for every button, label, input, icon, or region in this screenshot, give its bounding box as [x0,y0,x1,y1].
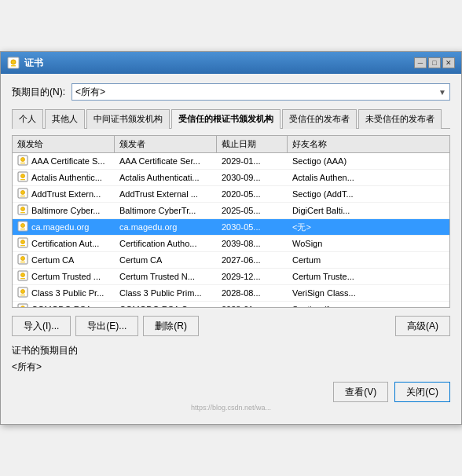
certificate-table: 颁发给 颁发者 截止日期 好友名称 AAA Certificate S... A… [12,135,450,308]
window-title: 证书 [24,57,43,70]
cell-issuedto: COMODO RSA ... [13,302,115,307]
title-bar: 证书 ─ □ ✕ [1,52,461,74]
svg-point-13 [21,207,25,211]
tab-others[interactable]: 其他人 [45,109,85,129]
col-header-issuedto: 颁发给 [13,136,115,152]
svg-rect-8 [20,179,25,180]
svg-rect-29 [20,295,25,295]
watermark: https://blog.csdn.net/wa... [12,402,450,415]
cell-friendly: Sectigo (form... [288,302,449,307]
svg-rect-11 [20,196,25,196]
cell-expiry: 2025-05... [217,203,288,218]
dropdown-arrow-icon: ▼ [438,88,446,97]
cell-issuer: Class 3 Public Prim... [115,285,217,301]
cert-row-icon [17,204,28,217]
purpose-section-title: 证书的预期目的 [12,344,450,357]
cell-issuer: Certum Trusted N... [115,269,217,284]
cell-friendly: Certum Truste... [288,269,449,284]
cell-expiry: 2020-05... [217,186,288,202]
purpose-label: 预期目的(N): [12,86,65,99]
cert-row-icon [17,303,28,307]
tab-intermediate[interactable]: 中间证书颁发机构 [86,109,170,129]
table-body[interactable]: AAA Certificate S... AAA Certificate Ser… [13,153,449,307]
col-header-issuer: 颁发者 [115,136,217,152]
tab-trusted-root[interactable]: 受信任的根证书颁发机构 [171,109,280,129]
bottom-buttons-row: 查看(V) 关闭(C) [12,382,450,402]
cert-row-icon [17,221,28,233]
minimize-button[interactable]: ─ [414,57,427,68]
cell-issuer: Actalis Authenticati... [115,170,217,185]
table-header: 颁发给 颁发者 截止日期 好友名称 [13,136,449,153]
purpose-row: 预期目的(N): <所有> ▼ [12,83,450,101]
cell-issuedto: Baltimore Cyber... [13,203,115,218]
svg-rect-20 [20,245,25,246]
cell-friendly: Certum [288,252,449,268]
table-row[interactable]: Certum CA Certum CA 2027-06... Certum [13,252,449,269]
cert-row-icon [17,270,28,283]
cell-friendly: Actalis Authen... [288,170,449,185]
table-row[interactable]: AddTrust Extern... AddTrust External ...… [13,186,449,203]
cert-row-icon [17,188,28,200]
svg-point-28 [21,290,25,294]
cell-friendly: Sectigo (AddT... [288,186,449,202]
cell-issuedto: Class 3 Public Pr... [13,285,115,301]
svg-point-10 [21,191,25,195]
svg-point-4 [21,158,25,162]
cell-issuedto: Certum CA [13,252,115,268]
cell-issuedto: Actalis Authentic... [13,170,115,185]
cell-expiry: 2029-12... [217,269,288,284]
cell-expiry: 2028-08... [217,285,288,301]
certificate-tabs: 个人 其他人 中间证书颁发机构 受信任的根证书颁发机构 受信任的发布者 未受信任… [12,108,450,129]
svg-point-1 [11,60,16,64]
cell-issuer: Certum CA [115,252,217,268]
purpose-dropdown[interactable]: <所有> ▼ [72,83,450,101]
col-header-friendly: 好友名称 [288,136,449,152]
purpose-section-value: <所有> [12,361,450,374]
table-row[interactable]: Certum Trusted ... Certum Trusted N... 2… [13,269,449,285]
dialog-content: 预期目的(N): <所有> ▼ 个人 其他人 中间证书颁发机构 受信任的根证书颁… [1,74,461,424]
tab-personal[interactable]: 个人 [12,109,43,129]
close-x-button[interactable]: ✕ [442,57,455,68]
delete-button[interactable]: 删除(R) [143,316,199,336]
table-row[interactable]: Class 3 Public Pr... Class 3 Public Prim… [13,285,449,302]
cert-row-icon [17,254,28,266]
svg-rect-17 [20,229,25,229]
import-button[interactable]: 导入(I)... [12,316,71,336]
cell-friendly: VeriSign Class... [288,285,449,301]
certificate-window: 证书 ─ □ ✕ 预期目的(N): <所有> ▼ 个人 其他人 中间证书颁发机构… [0,51,462,425]
cell-issuer: AddTrust External ... [115,186,217,202]
cell-issuer: COMODO RSA Ce... [115,302,217,307]
cell-expiry: 2027-06... [217,252,288,268]
cert-title-icon [7,57,20,69]
table-row[interactable]: Certification Aut... Certification Autho… [13,236,449,252]
table-row[interactable]: AAA Certificate S... AAA Certificate Ser… [13,153,449,170]
purpose-section: 证书的预期目的 <所有> [12,344,450,374]
table-row[interactable]: Actalis Authentic... Actalis Authenticat… [13,170,449,186]
close-button[interactable]: 关闭(C) [394,382,450,402]
table-row-selected[interactable]: ca.magedu.org ca.magedu.org 2030-05... <… [13,219,449,236]
view-button[interactable]: 查看(V) [333,382,388,402]
cell-issuedto: AAA Certificate S... [13,153,115,169]
svg-rect-23 [20,262,25,262]
maximize-button[interactable]: □ [428,57,441,68]
tab-trusted-publishers[interactable]: 受信任的发布者 [282,109,357,129]
title-bar-left: 证书 [7,57,43,70]
cell-issuer: ca.magedu.org [115,219,217,235]
export-button[interactable]: 导出(E)... [75,316,138,336]
svg-point-25 [21,273,25,277]
tab-untrusted[interactable]: 未受信任的发布者 [358,109,442,129]
svg-rect-14 [20,212,25,213]
cell-issuedto: Certification Aut... [13,236,115,251]
advanced-button[interactable]: 高级(A) [395,316,450,336]
cell-expiry: 2029-01... [217,153,288,169]
table-row[interactable]: Baltimore Cyber... Baltimore CyberTr... … [13,203,449,219]
table-row[interactable]: COMODO RSA ... COMODO RSA Ce... 2038-01.… [13,302,449,307]
svg-rect-2 [11,65,16,67]
cert-row-icon [17,171,28,184]
cell-expiry: 2038-01... [217,302,288,307]
cell-expiry: 2030-05... [217,219,288,235]
purpose-dropdown-value: <所有> [75,86,105,99]
svg-point-31 [21,306,25,308]
cell-issuer: AAA Certificate Ser... [115,153,217,169]
action-buttons-row: 导入(I)... 导出(E)... 删除(R) 高级(A) [12,316,450,336]
